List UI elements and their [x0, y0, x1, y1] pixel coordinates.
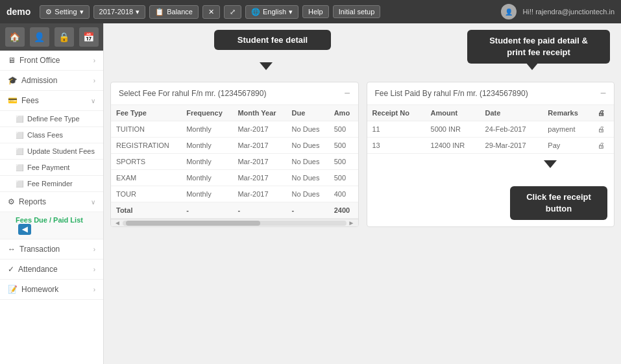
sidebar-active-label: Fees Due / Paid List: [16, 216, 83, 224]
sidebar-item-reports[interactable]: ⚙ Reports ∨: [0, 192, 103, 212]
cell-frequency: Monthly: [181, 154, 232, 170]
sidebar-sub-label: Define Fee Type: [27, 115, 80, 123]
admission-icon: 🎓: [8, 76, 18, 85]
setting-button[interactable]: ⚙ Setting ▾: [40, 5, 89, 19]
chevron-right-icon: ›: [93, 57, 95, 64]
sidebar-item-homework[interactable]: 📝 Homework ›: [0, 280, 103, 300]
help-button[interactable]: Help: [302, 5, 329, 18]
initial-setup-button[interactable]: Initial setup: [333, 5, 381, 18]
main-content: Student fee detail Student fee paid deta…: [104, 23, 621, 364]
sidebar-sub-label: Fee Reminder: [27, 180, 73, 188]
close-button[interactable]: ✕: [202, 5, 220, 19]
scroll-thumb[interactable]: [126, 221, 260, 226]
cell-amount: 400: [329, 186, 358, 202]
scroll-right-icon[interactable]: ►: [347, 219, 357, 226]
cell-total-month: -: [232, 202, 286, 219]
sidebar-item-label: Homework: [21, 285, 58, 294]
cell-total-amount: 2400: [329, 202, 358, 219]
cell-total-label: Total: [111, 202, 181, 219]
cell-remarks: Pay: [542, 138, 592, 154]
cell-due: No Dues: [287, 154, 329, 170]
cell-frequency: Monthly: [181, 186, 232, 202]
fee-detail-card: Select Fee For rahul F/n mr. (1234567890…: [110, 82, 359, 227]
cell-remarks: payment: [542, 121, 592, 138]
print-receipt-button[interactable]: 🖨: [592, 138, 614, 154]
transaction-icon: ↔: [8, 245, 16, 254]
sidebar-sub-label: Fee Payment: [27, 164, 69, 171]
cell-due: No Dues: [287, 186, 329, 202]
fee-reminder-icon: ⬜: [16, 180, 23, 188]
sidebar-item-fees[interactable]: 💳 Fees ∨: [0, 91, 103, 111]
sidebar-item-fee-payment[interactable]: ⬜ Fee Payment: [0, 160, 103, 176]
cell-total-freq: -: [181, 202, 232, 219]
col-amount: Amo: [329, 105, 358, 121]
table-row: TOUR Monthly Mar-2017 No Dues 400: [111, 186, 358, 202]
balance-button[interactable]: 📋 Balance: [149, 5, 199, 19]
cell-fee-type: SPORTS: [111, 154, 181, 170]
cell-month-year: Mar-2017: [232, 170, 286, 186]
sidebar-item-fees-due-paid[interactable]: Fees Due / Paid List ◀: [0, 212, 103, 239]
col-date: Date: [480, 105, 543, 121]
english-button[interactable]: 🌐 English ▾: [245, 5, 298, 19]
col-print: 🖨: [592, 105, 614, 121]
sidebar-item-label: Admission: [21, 76, 57, 85]
home-icon[interactable]: 🏠: [5, 27, 25, 47]
define-fee-icon: ⬜: [16, 115, 23, 123]
active-arrow: ◀: [18, 224, 31, 235]
sidebar-item-transaction[interactable]: ↔ Transaction ›: [0, 239, 103, 260]
table-row: 13 12400 INR 29-Mar-2017 Pay 🖨: [367, 138, 615, 154]
sidebar-item-define-fee-type[interactable]: ⬜ Define Fee Type: [0, 111, 103, 127]
expand-button[interactable]: ⤢: [224, 5, 241, 19]
cell-due: No Dues: [287, 138, 329, 154]
cell-amount: 500: [329, 154, 358, 170]
minimize-fee-paid[interactable]: −: [600, 88, 606, 99]
calendar-icon[interactable]: 📅: [79, 27, 99, 47]
cell-month-year: Mar-2017: [232, 138, 286, 154]
table-row: SPORTS Monthly Mar-2017 No Dues 500: [111, 154, 358, 170]
cell-amount: 5000 INR: [426, 121, 480, 138]
user-icon[interactable]: 👤: [30, 27, 49, 47]
sidebar-item-admission[interactable]: 🎓 Admission ›: [0, 71, 103, 91]
col-due: Due: [287, 105, 329, 121]
chevron-right-icon: ›: [93, 246, 95, 253]
user-label: Hi!! rajendra@junctiontech.in: [523, 8, 615, 16]
fee-payment-icon: ⬜: [16, 164, 23, 171]
sidebar-item-update-student-fees[interactable]: ⬜ Update Student Fees: [0, 143, 103, 160]
chevron-right-icon: ›: [93, 286, 95, 293]
reports-icon: ⚙: [8, 197, 15, 206]
sidebar-item-front-office[interactable]: 🖥 Front Office ›: [0, 51, 103, 71]
layout: 🏠 👤 🔒 📅 🖥 Front Office › 🎓 Admission › 💳…: [0, 23, 621, 364]
col-amount: Amount: [426, 105, 480, 121]
sidebar-item-attendance[interactable]: ✓ Attendance ›: [0, 260, 103, 280]
fee-detail-table: Fee Type Frequency Month Year Due Amo TU…: [111, 105, 358, 219]
col-fee-type: Fee Type: [111, 105, 181, 121]
setting-icon: ⚙: [45, 8, 52, 16]
table-row: TUITION Monthly Mar-2017 No Dues 500: [111, 121, 358, 138]
fee-paid-title: Fee List Paid By rahul F/n mr. (12345678…: [375, 89, 528, 98]
sidebar-item-class-fees[interactable]: ⬜ Class Fees: [0, 127, 103, 143]
scroll-left-icon[interactable]: ◄: [112, 219, 123, 226]
cell-month-year: Mar-2017: [232, 154, 286, 170]
class-fees-icon: ⬜: [16, 132, 23, 139]
chevron-right-icon: ›: [93, 77, 95, 84]
sidebar-item-label: Reports: [19, 197, 46, 206]
cell-receipt-no: 11: [367, 121, 426, 138]
fee-detail-scrollbar[interactable]: ◄ ►: [111, 219, 358, 226]
table-row: EXAM Monthly Mar-2017 No Dues 500: [111, 170, 358, 186]
table-row: 11 5000 INR 24-Feb-2017 payment 🖨: [367, 121, 615, 138]
cell-date: 29-Mar-2017: [480, 138, 543, 154]
sidebar-item-fee-reminder[interactable]: ⬜ Fee Reminder: [0, 176, 103, 192]
setting-chevron: ▾: [80, 8, 84, 16]
expand-icon: ⤢: [230, 8, 236, 16]
lock-icon[interactable]: 🔒: [55, 27, 74, 47]
minimize-fee-detail[interactable]: −: [344, 88, 350, 99]
print-receipt-button[interactable]: 🖨: [592, 121, 614, 138]
fee-paid-card-header: Fee List Paid By rahul F/n mr. (12345678…: [367, 82, 615, 105]
chevron-down-icon: ∨: [91, 199, 95, 206]
sidebar: 🏠 👤 🔒 📅 🖥 Front Office › 🎓 Admission › 💳…: [0, 23, 104, 364]
tooltip-fee-paid-arrow: [526, 62, 539, 70]
chevron-down-icon: ∨: [91, 97, 95, 104]
year-button[interactable]: 2017-2018 ▾: [93, 5, 146, 19]
cell-amount: 12400 INR: [426, 138, 480, 154]
fee-paid-header-row: Receipt No Amount Date Remarks 🖨: [367, 105, 615, 121]
